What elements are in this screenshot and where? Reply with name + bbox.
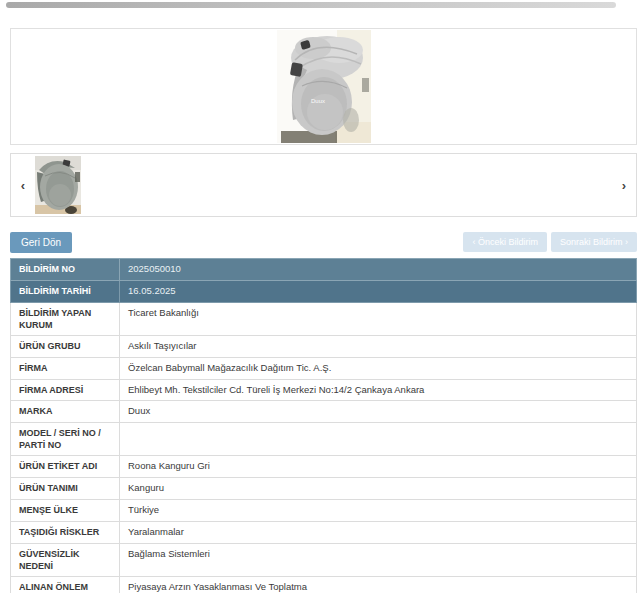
row-value: Yaralanmalar — [120, 521, 637, 543]
row-label: GÜVENSİZLİK NEDENİ — [11, 543, 120, 576]
carousel-next-button[interactable]: › — [612, 154, 636, 216]
row-label: BİLDİRİM NO — [11, 259, 120, 281]
row-value: 2025050010 — [120, 259, 637, 281]
row-label: TAŞIDIĞI RİSKLER — [11, 521, 120, 543]
table-row: FİRMA ADRESİEhlibeyt Mh. Tekstilciler Cd… — [11, 379, 637, 401]
row-value — [120, 423, 637, 456]
row-value: Ehlibeyt Mh. Tekstilciler Cd. Türeli İş … — [120, 379, 637, 401]
thumbnail-photo — [35, 156, 81, 214]
row-label: MENŞE ÜLKE — [11, 500, 120, 522]
table-row: BİLDİRİM YAPAN KURUMTicaret Bakanlığı — [11, 302, 637, 335]
row-value: Duux — [120, 401, 637, 423]
next-notification-button[interactable]: Sonraki Bildirim › — [551, 232, 637, 252]
product-image-panel: Duux — [10, 28, 637, 145]
row-value: Kanguru — [120, 478, 637, 500]
table-row: MODEL / SERİ NO / PARTİ NO — [11, 423, 637, 456]
table-row: ÜRÜN GRUBUAskılı Taşıyıcılar — [11, 335, 637, 357]
table-row: ALINAN ÖNLEMPiyasaya Arzın Yasaklanması … — [11, 576, 637, 593]
row-value: Askılı Taşıyıcılar — [120, 335, 637, 357]
toolbar: Geri Dön ‹ Önceki Bildirim Sonraki Bildi… — [10, 231, 637, 253]
back-button[interactable]: Geri Dön — [10, 232, 72, 253]
carousel-prev-button[interactable]: ‹ — [11, 154, 35, 216]
table-row: ÜRÜN TANIMIKanguru — [11, 478, 637, 500]
previous-notification-button[interactable]: ‹ Önceki Bildirim — [463, 232, 547, 252]
table-row: MENŞE ÜLKETürkiye — [11, 500, 637, 522]
table-row: GÜVENSİZLİK NEDENİBağlama Sistemleri — [11, 543, 637, 576]
row-label: MARKA — [11, 401, 120, 423]
carousel-track — [81, 154, 612, 216]
thumbnail-item[interactable] — [35, 156, 81, 214]
row-value: Roona Kanguru Gri — [120, 456, 637, 478]
table-row: FİRMAÖzelcan Babymall Mağazacılık Dağıtı… — [11, 357, 637, 379]
table-row: BİLDİRİM TARİHİ16.05.2025 — [11, 280, 637, 302]
thumbnail-carousel: ‹ › — [10, 153, 637, 217]
detail-table-body: BİLDİRİM NO2025050010BİLDİRİM TARİHİ16.0… — [11, 259, 637, 593]
row-value: Ticaret Bakanlığı — [120, 302, 637, 335]
product-photo: Duux — [277, 30, 371, 143]
row-value: 16.05.2025 — [120, 280, 637, 302]
row-label: BİLDİRİM YAPAN KURUM — [11, 302, 120, 335]
row-value: Türkiye — [120, 500, 637, 522]
table-row: TAŞIDIĞI RİSKLERYaralanmalar — [11, 521, 637, 543]
product-logo-text: Duux — [311, 98, 325, 104]
row-value: Bağlama Sistemleri — [120, 543, 637, 576]
row-label: BİLDİRİM TARİHİ — [11, 280, 120, 302]
row-label: ÜRÜN TANIMI — [11, 478, 120, 500]
pagination-group: ‹ Önceki Bildirim Sonraki Bildirim › — [463, 232, 637, 252]
row-label: MODEL / SERİ NO / PARTİ NO — [11, 423, 120, 456]
row-label: FİRMA ADRESİ — [11, 379, 120, 401]
table-row: ÜRÜN ETİKET ADIRoona Kanguru Gri — [11, 456, 637, 478]
notification-detail-table: BİLDİRİM NO2025050010BİLDİRİM TARİHİ16.0… — [10, 258, 637, 593]
row-label: ÜRÜN GRUBU — [11, 335, 120, 357]
horizontal-scrollbar[interactable] — [6, 2, 616, 8]
table-row: MARKADuux — [11, 401, 637, 423]
row-label: ALINAN ÖNLEM — [11, 576, 120, 593]
row-value: Özelcan Babymall Mağazacılık Dağıtım Tic… — [120, 357, 637, 379]
table-row: BİLDİRİM NO2025050010 — [11, 259, 637, 281]
row-value: Piyasaya Arzın Yasaklanması Ve Toplatma — [120, 576, 637, 593]
row-label: ÜRÜN ETİKET ADI — [11, 456, 120, 478]
row-label: FİRMA — [11, 357, 120, 379]
